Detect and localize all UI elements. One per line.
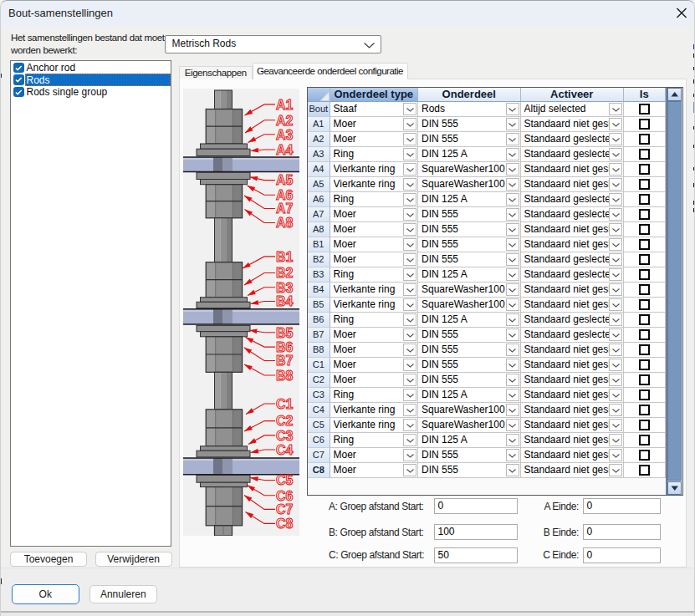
svg-text:C3: C3 [276,428,294,442]
svg-text:C7: C7 [276,502,294,517]
svg-text:A4: A4 [276,142,294,156]
svg-text:C8: C8 [276,517,294,531]
svg-text:B5: B5 [276,325,294,339]
svg-text:C1: C1 [276,396,294,410]
svg-text:A3: A3 [276,127,294,141]
svg-text:C2: C2 [276,414,294,428]
svg-text:A5: A5 [276,173,294,187]
svg-text:C5: C5 [276,473,294,487]
svg-text:B7: B7 [276,354,294,368]
svg-text:A1: A1 [276,97,294,111]
svg-text:B3: B3 [276,280,294,294]
svg-text:B1: B1 [276,249,294,263]
svg-text:A2: A2 [276,113,294,127]
svg-text:B8: B8 [276,368,294,382]
svg-text:A7: A7 [276,201,294,216]
svg-text:A8: A8 [276,216,294,230]
svg-text:B2: B2 [276,266,294,280]
svg-text:C6: C6 [276,488,294,502]
svg-text:B4: B4 [276,294,294,308]
svg-text:B6: B6 [276,339,294,354]
svg-text:A6: A6 [276,188,294,202]
svg-text:C4: C4 [276,442,294,456]
